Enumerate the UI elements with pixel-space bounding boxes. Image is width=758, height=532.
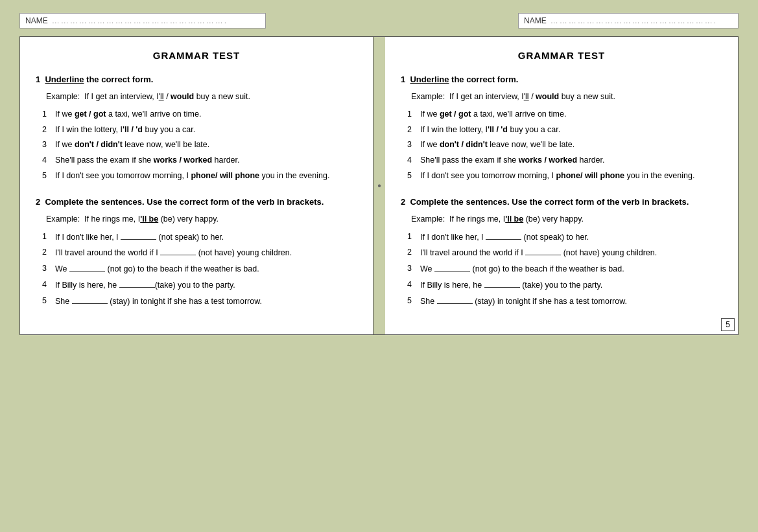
right-s1-underline: Underline: [410, 75, 449, 84]
list-item: 2I'll travel around the world if I (not …: [407, 246, 722, 259]
list-item: 1If I don't like her, I (not speak) to h…: [407, 231, 722, 244]
name-dots-right: ……………………………………………….: [551, 16, 717, 25]
list-item: 5She (stay) in tonight if she has a test…: [42, 295, 357, 308]
right-column: GRAMMAR TEST 1 Underline the correct for…: [385, 37, 738, 334]
right-s1-list: 1If we get / got a taxi, we'll arrive on…: [407, 108, 722, 182]
list-item: 3We (not go) to the beach if the weather…: [407, 262, 722, 275]
left-section2: 2 Complete the sentences. Use the correc…: [36, 196, 357, 308]
list-item: 3If we don't / didn't leave now, we'll b…: [407, 139, 722, 151]
list-item: 1If I don't like her, I (not speak) to h…: [42, 231, 357, 244]
right-s2-list: 1If I don't like her, I (not speak) to h…: [407, 231, 722, 308]
list-item: 3We (not go) to the beach if the weather…: [42, 262, 357, 275]
list-item: 5If I don't see you tomorrow morning, I …: [42, 170, 357, 182]
left-column: GRAMMAR TEST 1 Underline the correct for…: [20, 37, 373, 334]
left-section1: 1 Underline the correct form. Example: I…: [36, 74, 357, 182]
left-s2-number: 2: [36, 197, 40, 207]
right-s1-example: Example: If I get an interview, I'll / w…: [411, 91, 722, 103]
left-section2-header: 2 Complete the sentences. Use the correc…: [36, 196, 357, 208]
left-s1-list: 1If we get / got a taxi, we'll arrive on…: [42, 108, 357, 182]
name-field-left[interactable]: NAME ………………………………………………….: [19, 13, 266, 29]
right-s2-example: Example: If he rings me, I'll be (be) ve…: [411, 213, 722, 226]
list-item: 3If we don't / didn't leave now, we'll b…: [42, 139, 357, 151]
left-title: GRAMMAR TEST: [36, 50, 357, 61]
list-item: 5If I don't see you tomorrow morning, I …: [407, 170, 722, 182]
right-s2-number: 2: [401, 197, 405, 207]
list-item: 4She'll pass the exam if she works / wor…: [42, 154, 357, 167]
left-s1-number: 1: [36, 75, 40, 84]
right-section1: 1 Underline the correct form. Example: I…: [401, 74, 722, 182]
right-section1-header: 1 Underline the correct form.: [401, 74, 722, 86]
left-s2-list: 1If I don't like her, I (not speak) to h…: [42, 231, 357, 308]
right-title: GRAMMAR TEST: [401, 50, 722, 61]
list-item: 2If I win the lottery, I'll / 'd buy you…: [42, 124, 357, 136]
right-section2-header: 2 Complete the sentences. Use the correc…: [401, 196, 722, 208]
name-dots-left: ………………………………………………….: [52, 16, 228, 25]
name-field-right[interactable]: NAME ……………………………………………….: [518, 13, 739, 29]
right-section2: 2 Complete the sentences. Use the correc…: [401, 196, 722, 308]
left-s1-example: Example: If I get an interview, I'll / w…: [46, 91, 357, 103]
list-item: 2If I win the lottery, I'll / 'd buy you…: [407, 124, 722, 136]
columns-container: GRAMMAR TEST 1 Underline the correct for…: [19, 36, 739, 335]
left-s2-example: Example: If he rings me, I'll be (be) ve…: [46, 213, 357, 226]
list-item: 1If we get / got a taxi, we'll arrive on…: [407, 108, 722, 121]
list-item: 4She'll pass the exam if she works / wor…: [407, 154, 722, 167]
right-s1-instruction: the correct form.: [451, 75, 518, 84]
name-label-right: NAME: [524, 16, 547, 25]
column-divider: [373, 37, 385, 334]
main-content: GRAMMAR TEST 1 Underline the correct for…: [19, 36, 739, 335]
left-s1-underline: Underline: [45, 75, 84, 84]
list-item: 5She (stay) in tonight if she has a test…: [407, 295, 722, 308]
left-s1-instruction: the correct form.: [86, 75, 153, 84]
top-bar: NAME …………………………………………………. NAME …………………………: [19, 13, 739, 29]
list-item: 4If Billy is here, he (take) you to the …: [42, 279, 357, 292]
right-s1-number: 1: [401, 75, 405, 84]
left-section1-header: 1 Underline the correct form.: [36, 74, 357, 86]
list-item: 1If we get / got a taxi, we'll arrive on…: [42, 108, 357, 121]
page-number: 5: [721, 318, 735, 331]
list-item: 2I'll travel around the world if I (not …: [42, 246, 357, 259]
name-label-left: NAME: [25, 16, 48, 25]
list-item: 4If Billy is here, he (take) you to the …: [407, 279, 722, 292]
